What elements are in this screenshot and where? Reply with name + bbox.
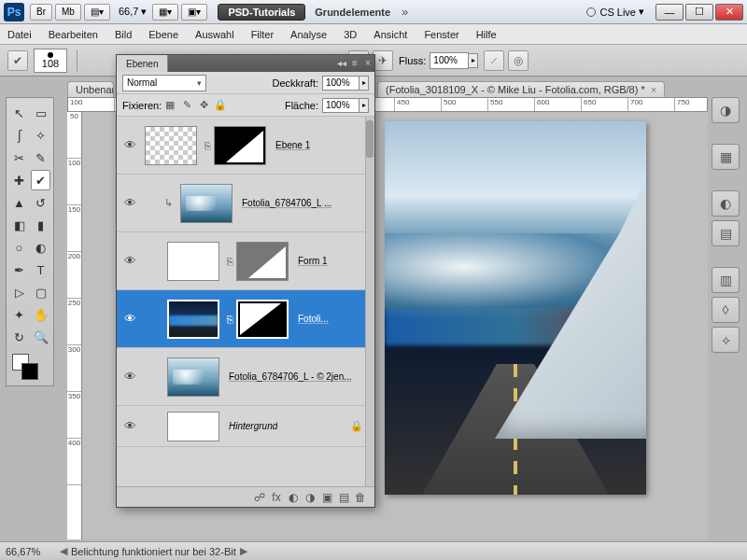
path-select-tool[interactable]: ▷ — [9, 282, 29, 302]
lock-position-icon[interactable]: ✥ — [197, 99, 210, 112]
mask-icon[interactable]: ◐ — [285, 491, 302, 504]
lock-transparent-icon[interactable]: ▦ — [163, 99, 176, 112]
ruler-vertical[interactable]: 50100150200250300350400 — [67, 112, 82, 539]
channels-panel-icon[interactable]: ◊ — [712, 297, 740, 323]
gradient-tool[interactable]: ▮ — [31, 215, 50, 235]
mask-link-icon[interactable]: ⎘ — [223, 314, 236, 325]
layer-name[interactable]: Fotoli... — [298, 314, 329, 324]
zoom-field[interactable]: 66,67% — [6, 546, 56, 557]
menu-ebene[interactable]: Ebene — [148, 29, 178, 40]
layer-row-selected[interactable]: 👁 ⎘ Fotoli... — [117, 290, 374, 348]
move-tool[interactable]: ↖ — [9, 103, 29, 123]
menu-3d[interactable]: 3D — [344, 29, 357, 40]
menu-auswahl[interactable]: Auswahl — [195, 29, 234, 40]
stamp-tool[interactable]: ▲ — [9, 192, 29, 213]
menu-bild[interactable]: Bild — [115, 29, 132, 40]
visibility-icon[interactable]: 👁 — [120, 196, 139, 210]
layer-row[interactable]: 👁 Hintergrund 🔒 — [117, 406, 374, 447]
magic-wand-tool[interactable]: ✧ — [31, 125, 50, 146]
layer-thumb[interactable] — [167, 242, 219, 281]
artboard[interactable] — [385, 121, 646, 495]
status-arrow-left-icon[interactable]: ◀ — [60, 545, 67, 557]
mask-thumb[interactable] — [236, 242, 289, 281]
minimize-button[interactable]: — — [655, 4, 684, 21]
panel-tab-ebenen[interactable]: Ebenen — [117, 55, 168, 72]
menu-analyse[interactable]: Analyse — [290, 29, 327, 40]
menu-hilfe[interactable]: Hilfe — [476, 29, 497, 40]
bridge-button[interactable]: Br — [30, 4, 52, 21]
arrange-docs-button[interactable]: ▦▾ — [152, 4, 178, 21]
workspace-psdtutorials[interactable]: PSD-Tutorials — [218, 4, 305, 21]
blur-tool[interactable]: ○ — [9, 237, 29, 258]
history-brush-tool[interactable]: ↺ — [31, 192, 50, 213]
fill-arrow[interactable]: ▸ — [359, 98, 369, 113]
zoom-tool[interactable]: 🔍 — [31, 327, 50, 347]
adjustment-icon[interactable]: ◑ — [302, 491, 318, 504]
layer-name[interactable]: Form 1 — [298, 256, 328, 266]
screen-mode-button[interactable]: ▣▾ — [181, 4, 207, 21]
close-tab-icon[interactable]: × — [651, 84, 656, 95]
layer-thumb[interactable] — [180, 184, 233, 223]
maximize-button[interactable]: ☐ — [685, 4, 713, 21]
layer-name[interactable]: Ebene 1 — [275, 140, 310, 150]
mask-thumb[interactable] — [236, 300, 289, 339]
color-panel-icon[interactable]: ◑ — [712, 97, 740, 123]
tablet-pressure-icon[interactable]: ⟋ — [484, 50, 504, 71]
layer-row[interactable]: 👁 Fotolia_6784706_L - © 2jen... — [117, 348, 374, 406]
fluss-arrow[interactable]: ▸ — [469, 53, 478, 68]
new-layer-icon[interactable]: ▤ — [335, 491, 352, 504]
tool-preset-icon[interactable]: ✔ — [7, 50, 28, 71]
lock-pixels-icon[interactable]: ✎ — [180, 99, 193, 112]
lasso-tool[interactable]: ʃ — [9, 125, 29, 146]
panel-header[interactable]: Ebenen ◂◂ ≡ × — [117, 55, 374, 72]
swatches-panel-icon[interactable]: ▦ — [712, 144, 740, 170]
panel-menu-icon[interactable]: ≡ — [348, 58, 361, 69]
paths-panel-icon[interactable]: ⟡ — [712, 327, 740, 353]
layer-name[interactable]: Hintergrund — [229, 421, 277, 431]
heal-tool[interactable]: ✚ — [9, 170, 29, 190]
background-swatch[interactable] — [21, 363, 38, 380]
fluss-field[interactable]: 100% — [430, 52, 469, 69]
eyedropper-tool[interactable]: ✎ — [31, 147, 50, 168]
menu-datei[interactable]: Datei — [7, 29, 32, 40]
visibility-icon[interactable]: 👁 — [120, 312, 139, 326]
status-arrow-right-icon[interactable]: ▶ — [240, 545, 247, 557]
pen-tool[interactable]: ✒ — [9, 259, 29, 280]
brush-tool[interactable]: ✔ — [31, 170, 50, 190]
menu-bearbeiten[interactable]: Bearbeiten — [49, 29, 98, 40]
airbrush-icon[interactable]: ✈ — [373, 50, 393, 71]
fx-icon[interactable]: fx — [268, 491, 285, 504]
workspace-secondary[interactable]: Grundelemente — [315, 7, 390, 18]
document-tab-1[interactable]: Unbenannt — [67, 81, 114, 97]
cslive-label[interactable]: CS Live — [599, 7, 636, 18]
zoom-display[interactable]: 66,7 ▾ — [119, 6, 147, 18]
visibility-icon[interactable]: 👁 — [120, 370, 139, 384]
opacity-field[interactable]: 100% — [322, 76, 359, 91]
delete-icon[interactable]: 🗑 — [352, 491, 369, 504]
close-button[interactable]: ✕ — [715, 4, 743, 21]
styles-panel-icon[interactable]: ▤ — [712, 220, 740, 246]
layers-panel[interactable]: Ebenen ◂◂ ≡ × Normal Deckkraft: 100% ▸ F… — [116, 54, 375, 508]
3d-tool[interactable]: ✦ — [9, 304, 29, 325]
target-icon[interactable]: ◎ — [508, 50, 529, 71]
color-swatches[interactable] — [8, 354, 51, 382]
fill-field[interactable]: 100% — [322, 98, 359, 113]
type-tool[interactable]: T — [31, 259, 50, 280]
workspace-more-icon[interactable]: » — [402, 5, 408, 19]
lock-all-icon[interactable]: 🔒 — [214, 99, 227, 112]
layer-thumb[interactable] — [145, 126, 197, 165]
mask-thumb[interactable] — [214, 126, 266, 165]
layer-row[interactable]: 👁 ↳ Fotolia_6784706_L ... — [117, 175, 374, 232]
layer-thumb[interactable] — [167, 300, 219, 339]
visibility-icon[interactable]: 👁 — [120, 254, 139, 268]
opacity-arrow[interactable]: ▸ — [359, 76, 369, 91]
rotate-view-tool[interactable]: ↻ — [9, 327, 29, 347]
layer-thumb[interactable] — [167, 357, 219, 397]
layer-name[interactable]: Fotolia_6784706_L - © 2jen... — [229, 371, 352, 382]
panel-close-icon[interactable]: × — [361, 58, 374, 69]
menu-filter[interactable]: Filter — [251, 29, 274, 40]
group-icon[interactable]: ▣ — [318, 491, 335, 504]
marquee-tool[interactable]: ▭ — [31, 103, 50, 123]
document-tab-2[interactable]: (Fotolia_3018109_X - © Mike Liu - Fotoli… — [377, 81, 665, 97]
crop-tool[interactable]: ✂ — [9, 147, 29, 168]
